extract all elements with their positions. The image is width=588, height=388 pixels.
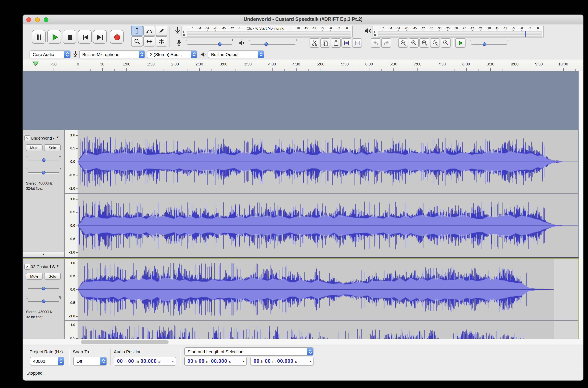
close-track-button[interactable]: × [24, 135, 30, 141]
track-pan-slider[interactable]: L R [26, 296, 62, 304]
track-gain-slider[interactable]: - + [26, 283, 62, 292]
track-area[interactable]: 1.00.50.0-0.5-1.0 1.00.50.0-0.5-1.0 1.00… [23, 71, 579, 339]
play-button[interactable] [47, 30, 61, 44]
zoom-out-button[interactable] [409, 38, 419, 48]
vertical-scale-track2-right[interactable]: 1.00.50.0-0.5-1.0 [65, 321, 78, 339]
mute-button[interactable]: Mute [26, 273, 43, 280]
collapse-track-button[interactable]: ▲ [23, 252, 64, 257]
seconds-value[interactable]: 00.000 [140, 358, 156, 364]
vertical-scrollbar[interactable] [579, 71, 584, 339]
pause-button[interactable] [32, 30, 46, 44]
multi-tool-button[interactable] [155, 36, 167, 47]
recording-channels-select[interactable]: 2 (Stereo) Rec... [147, 50, 197, 58]
monitor-prompt[interactable]: Click to Start Monitoring [240, 26, 291, 31]
recording-volume-thumb[interactable] [218, 42, 221, 46]
solo-button[interactable]: Solo [44, 144, 61, 151]
track-divider[interactable] [23, 257, 579, 259]
recording-meter[interactable]: L R -57-54-51-48-45-42-39-36-33-30-27-24… [182, 26, 353, 37]
titlebar[interactable]: Underworld - Custard Speedtalk (#DRIFT E… [23, 15, 583, 25]
track-pan-thumb[interactable] [42, 299, 45, 303]
recording-device-select[interactable]: Built-in Microphone [79, 50, 145, 58]
recording-volume-slider[interactable]: - + [185, 38, 234, 48]
playback-volume-slider[interactable]: - + [248, 38, 298, 48]
track-divider [23, 130, 579, 130]
waveform-track2-left[interactable] [78, 259, 578, 320]
selection-tool-button[interactable] [131, 26, 143, 36]
minutes-value[interactable]: 00 [199, 358, 205, 364]
vertical-scale-track1-left[interactable]: 1.00.50.0-0.5-1.0 [65, 130, 78, 193]
track-gain-thumb[interactable] [42, 287, 45, 291]
minutes-unit: m [206, 359, 210, 363]
slider-minus-label: - [248, 39, 250, 42]
selection-start-field[interactable]: 00h 00m 00.000s ▾ [184, 357, 246, 365]
waveform-track1-left[interactable] [78, 130, 578, 193]
zoom-in-button[interactable] [398, 38, 408, 48]
record-button[interactable] [110, 30, 124, 44]
seconds-value[interactable]: 00.000 [211, 358, 227, 364]
time-shift-tool-button[interactable] [143, 36, 155, 47]
track2-control-panel[interactable]: × 02 Custard S ▾ Mute Solo - + L R Stere… [23, 259, 65, 339]
minutes-value[interactable]: 00 [265, 358, 271, 364]
selection-length-field[interactable]: 00h 00m 00.000s ▾ [250, 357, 313, 365]
recording-channels-value: 2 (Stereo) Rec... [147, 52, 191, 57]
draw-tool-button[interactable] [155, 26, 167, 36]
track-title[interactable]: Underworld - [31, 136, 55, 140]
skip-to-end-button[interactable] [93, 30, 107, 44]
project-rate-select[interactable]: 48000 [30, 357, 64, 365]
skip-to-start-button[interactable] [78, 30, 92, 44]
playback-meter[interactable]: L R -57-54-51-48-45-42-39-36-33-30-27-24… [372, 26, 544, 37]
track-gain-thumb[interactable] [42, 158, 45, 162]
play-speed-slider[interactable]: - + [469, 38, 509, 48]
timeline-ruler[interactable]: -300301:001:302:002:303:003:304:004:305:… [23, 60, 583, 71]
waveform-track1-right[interactable] [78, 194, 578, 257]
silence-audio-button[interactable] [352, 38, 362, 48]
waveform-track2-right[interactable] [78, 321, 578, 339]
fit-project-button[interactable] [430, 38, 440, 48]
hours-value[interactable]: 00 [187, 358, 193, 364]
undo-button[interactable] [370, 38, 380, 48]
playback-device-select[interactable]: Built-in Output [208, 50, 264, 58]
audio-host-select[interactable]: Core Audio [30, 50, 70, 58]
field-caret-icon[interactable]: ▾ [243, 359, 244, 363]
toolbar-separator [69, 349, 70, 365]
snap-to-select[interactable]: Off [73, 357, 107, 365]
play-speed-thumb[interactable] [483, 42, 486, 46]
track-menu-caret-icon[interactable]: ▾ [57, 264, 59, 268]
solo-button[interactable]: Solo [44, 273, 61, 280]
play-at-speed-button[interactable] [455, 38, 465, 48]
audio-position-field[interactable]: 00h 00m 00.000s ▾ [114, 357, 176, 365]
selection-mode-select[interactable]: Start and Length of Selection [184, 347, 313, 356]
track-pan-thumb[interactable] [42, 171, 45, 174]
seconds-value[interactable]: 00.000 [277, 358, 293, 364]
zoom-toggle-button[interactable] [441, 38, 451, 48]
horizontal-scrollbar-thumb[interactable] [81, 340, 169, 344]
field-caret-icon[interactable]: ▾ [309, 359, 311, 363]
cut-button[interactable] [309, 38, 319, 48]
hours-value[interactable]: 00 [254, 358, 260, 364]
minutes-value[interactable]: 00 [128, 358, 134, 364]
stop-button[interactable] [63, 30, 76, 44]
hours-value[interactable]: 00 [117, 358, 123, 364]
track-menu-caret-icon[interactable]: ▾ [57, 135, 59, 139]
track1-control-panel[interactable]: × Underworld - ▾ Mute Solo - + L R Stere… [23, 130, 65, 257]
window-title: Underworld - Custard Speedtalk (#DRIFT E… [23, 15, 583, 24]
fit-selection-button[interactable] [419, 38, 429, 48]
field-caret-icon[interactable]: ▾ [172, 359, 174, 363]
paste-button[interactable] [331, 38, 341, 48]
envelope-tool-button[interactable] [143, 26, 155, 36]
playback-volume-thumb[interactable] [264, 42, 268, 46]
redo-button[interactable] [381, 38, 391, 48]
track-pan-slider[interactable]: L R [26, 167, 62, 176]
close-track-button[interactable]: × [24, 264, 30, 270]
vertical-scale-track2-left[interactable]: 1.00.50.0-0.5-1.0 [65, 259, 78, 320]
zoom-tool-button[interactable] [131, 36, 143, 47]
horizontal-scrollbar[interactable] [23, 339, 584, 345]
device-toolbar: Core Audio Built-in Microphone 2 (Stereo… [23, 50, 583, 60]
trim-audio-button[interactable] [342, 38, 351, 48]
vertical-scale-track1-right[interactable]: 1.00.50.0-0.5-1.0 [65, 194, 78, 257]
stop-icon [63, 30, 77, 44]
copy-button[interactable] [320, 38, 330, 48]
track-gain-slider[interactable]: - + [26, 155, 62, 163]
mute-button[interactable]: Mute [26, 144, 43, 151]
track-title[interactable]: 02 Custard S [31, 264, 55, 269]
